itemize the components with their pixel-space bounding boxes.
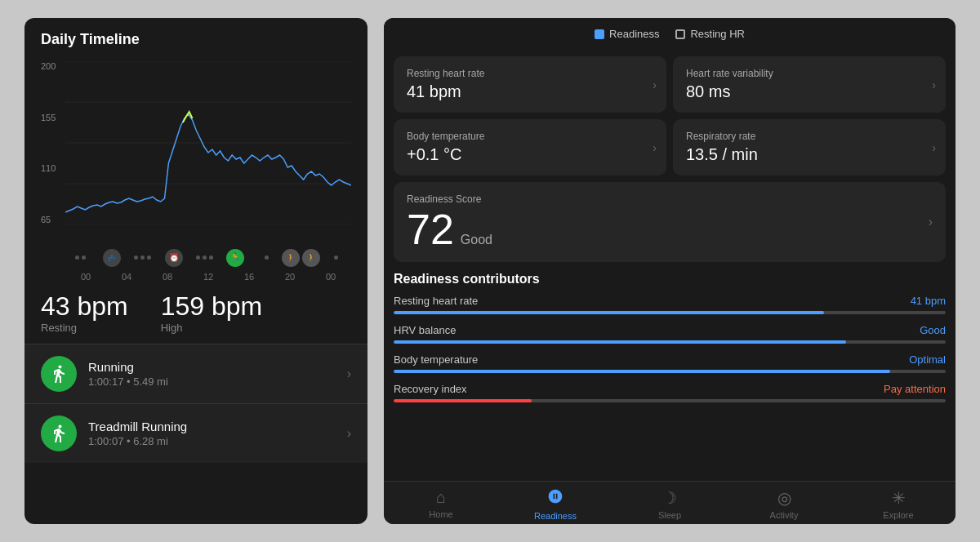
dot [82,255,86,260]
walk2-icon: 🚶 [302,249,320,267]
time-08: 08 [147,272,188,282]
progress-fill-body-temp [394,370,890,373]
metric-title-body-temp: Body temperature [407,131,653,142]
metric-value-body-temp: +0.1 °C [407,145,653,164]
dot [147,255,151,260]
high-hr-stat: 159 bpm High [161,291,263,334]
y-label-155: 155 [41,113,56,122]
time-20: 20 [270,272,310,282]
metric-chevron-body-temp: › [653,141,657,154]
time-24: 00 [310,272,351,282]
app-container: Daily Timeline 200 155 110 65 [24,18,956,524]
contributor-header-hrv: HRV balance Good [394,324,946,336]
top-nav: Readiness Resting HR [384,18,956,50]
nav-activity[interactable]: ◎ Activity [727,488,841,521]
contributor-resting-hr: Resting heart rate 41 bpm [394,295,946,314]
progress-fill-recovery [394,399,532,402]
readiness-score-value: 72 Good [407,208,933,251]
contributor-status-resting-hr: 41 bpm [911,295,946,307]
resting-hr-legend-label: Resting HR [690,28,744,40]
treadmill-icon [41,415,77,451]
dot [334,255,338,260]
contributor-header-resting-hr: Resting heart rate 41 bpm [394,295,946,307]
y-label-110: 110 [41,163,56,173]
time-16: 16 [229,272,270,282]
alarm-icon: ⏰ [165,249,183,267]
contributor-name-resting-hr: Resting heart rate [394,295,478,307]
run-icon: 🏃 [226,249,244,267]
metric-value-resp-rate: 13.5 / min [686,145,933,164]
contributors-section: Readiness contributors Resting heart rat… [384,269,956,481]
metric-card-body-temp[interactable]: Body temperature +0.1 °C › [394,119,666,175]
bottom-nav: ⌂ Home Readiness ☽ Sleep ◎ Activity ✳ Ex [384,481,956,524]
nav-home[interactable]: ⌂ Home [384,488,498,521]
progress-bg-resting-hr [394,311,946,314]
readiness-legend: Readiness [595,28,659,40]
metric-chevron-resting-hr: › [653,78,657,91]
contributor-status-body-temp: Optimal [909,353,946,366]
readiness-nav-icon [547,488,564,509]
metric-value-hrv: 80 ms [686,82,933,101]
nav-explore[interactable]: ✳ Explore [841,488,956,521]
contributor-body-temp: Body temperature Optimal [394,353,946,373]
chart-title: Daily Timeline [41,31,351,48]
running-details: 1:00:17 • 5.49 mi [88,375,347,388]
activity-nav-icon: ◎ [777,488,791,508]
readiness-score-card[interactable]: Readiness Score 72 Good › [394,182,946,262]
nav-readiness[interactable]: Readiness [498,488,612,521]
metric-chevron-resp-rate: › [932,141,936,154]
nav-sleep[interactable]: ☽ Sleep [612,488,727,521]
dot [134,255,138,260]
metric-chevron-hrv: › [932,78,936,91]
contributor-header-recovery: Recovery index Pay attention [394,383,946,395]
time-12: 12 [188,272,229,282]
explore-nav-icon: ✳ [892,488,906,508]
treadmill-details: 1:00:07 • 6.28 mi [88,435,347,447]
treadmill-chevron: › [347,426,351,441]
contributor-name-body-temp: Body temperature [394,353,478,366]
metric-title-resp-rate: Respiratory rate [686,131,933,142]
left-header: Daily Timeline [24,18,368,55]
time-04: 04 [106,272,147,282]
progress-fill-resting-hr [394,311,824,314]
metric-value-resting-hr: 41 bpm [407,82,653,101]
sleep-icon: 💤 [103,249,121,267]
running-icon [41,356,77,392]
nav-home-label: Home [429,509,452,519]
running-svg [49,364,69,384]
y-axis-labels: 200 155 110 65 [41,61,56,224]
metric-title-resting-hr: Resting heart rate [407,68,653,79]
running-info: Running 1:00:17 • 5.49 mi [88,360,347,388]
left-panel: Daily Timeline 200 155 110 65 [24,18,368,524]
dot [265,255,269,260]
progress-bg-recovery [394,399,946,402]
sleep-nav-icon: ☽ [662,488,677,508]
progress-bg-hrv [394,340,946,344]
score-chevron: › [929,215,933,229]
resting-hr-legend-dot [675,29,685,39]
activity-item-running[interactable]: Running 1:00:17 • 5.49 mi › [24,344,368,403]
nav-readiness-label: Readiness [534,511,577,521]
readiness-legend-dot [595,29,604,39]
contributor-header-body-temp: Body temperature Optimal [394,353,946,366]
home-icon: ⌂ [436,488,446,507]
score-label: Good [461,233,492,247]
nav-sleep-label: Sleep [658,510,681,520]
running-chevron: › [347,367,351,381]
metric-card-resp-rate[interactable]: Respiratory rate 13.5 / min › [673,119,946,175]
contributor-status-hrv: Good [920,324,946,336]
dot [196,255,200,260]
nav-activity-label: Activity [770,510,799,520]
progress-bg-body-temp [394,370,946,373]
metric-card-hrv[interactable]: Heart rate variability 80 ms › [673,56,946,113]
dot [203,255,207,260]
metric-title-hrv: Heart rate variability [686,68,933,79]
nav-explore-label: Explore [883,510,913,520]
right-panel: Readiness Resting HR Resting heart rate … [384,18,956,524]
score-number: 72 [407,208,454,251]
treadmill-info: Treadmill Running 1:00:07 • 6.28 mi [88,420,347,447]
activity-item-treadmill[interactable]: Treadmill Running 1:00:07 • 6.28 mi › [24,403,368,463]
activity-list: Running 1:00:17 • 5.49 mi › Treadmill Ru… [24,344,368,525]
running-name: Running [88,360,347,374]
metric-card-resting-hr[interactable]: Resting heart rate 41 bpm › [394,56,666,113]
